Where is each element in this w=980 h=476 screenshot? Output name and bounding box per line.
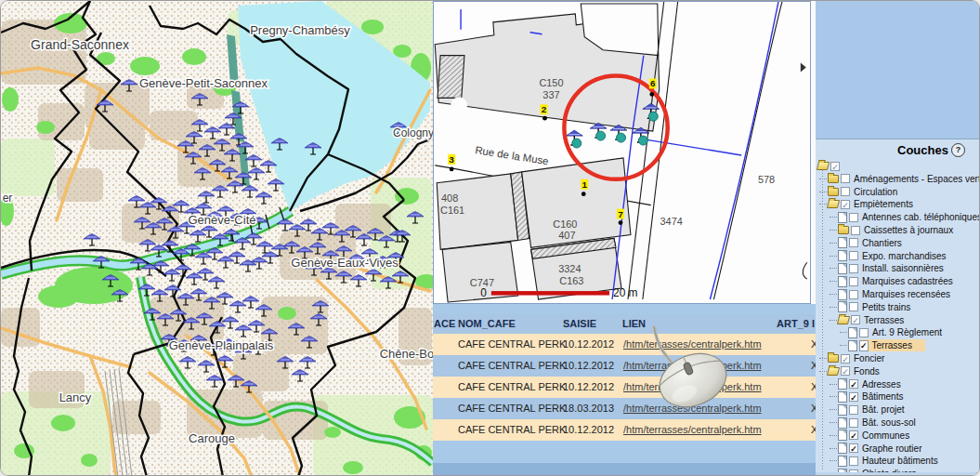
layer-item-graphe-routier[interactable]: ✓Graphe routier: [816, 443, 980, 455]
layer-item-caissettes-journaux[interactable]: Caissettes à journaux: [816, 224, 980, 236]
layer-checkbox[interactable]: [849, 302, 858, 311]
table-row[interactable]: CAFE CENTRAL PERK10.12.2012/htm/terrasse…: [433, 355, 816, 377]
cell-nom-cafe: CAFE CENTRAL PERK: [458, 381, 566, 392]
layer-item-root[interactable]: ✓: [816, 160, 980, 172]
layer-checkbox[interactable]: [849, 238, 858, 247]
folder-icon: [828, 175, 839, 183]
layer-checkbox[interactable]: [849, 277, 858, 286]
layer-label[interactable]: Adresses: [861, 379, 901, 390]
layer-label[interactable]: Install. saisonnières: [861, 263, 944, 273]
tree-clip-band: [816, 472, 980, 476]
tree-connector: [830, 460, 837, 461]
layer-item-art-9-r-glement[interactable]: Art. 9 Règlement: [816, 326, 980, 338]
layer-item-fonds[interactable]: ✓Fonds: [816, 365, 980, 377]
folder-icon: [838, 226, 849, 234]
layer-checkbox[interactable]: ✓: [841, 366, 850, 376]
layer-checkbox[interactable]: [849, 456, 858, 466]
layer-item-circulation[interactable]: Circulation: [816, 186, 980, 198]
layer-label[interactable]: Hauteur bâtiments: [861, 456, 938, 466]
layer-checkbox[interactable]: ✓: [859, 340, 869, 351]
layer-label[interactable]: Caissettes à journaux: [863, 225, 953, 235]
layer-item-antennes-cab-t-l-phoniques[interactable]: Antennes cab. téléphoniques: [816, 211, 980, 223]
layer-checkbox[interactable]: ✓: [851, 315, 860, 324]
layer-label[interactable]: Marquises cadastrées: [861, 276, 953, 286]
column-header-i[interactable]: I: [812, 318, 815, 329]
column-header-ace[interactable]: ACE: [434, 318, 455, 329]
tree-connector: [830, 256, 837, 257]
cell-lien-link[interactable]: /htm/terrasses/centralperk.htm: [623, 424, 762, 435]
tree-connector: [830, 307, 837, 308]
layer-item-b-t-projet[interactable]: Bât. projet: [816, 403, 980, 416]
layer-label[interactable]: Marquises recensées: [861, 289, 950, 299]
layer-label[interactable]: Antennes cab. téléphoniques: [861, 212, 980, 222]
district-label: Genève-Petit-Saconnex: [139, 76, 268, 90]
layer-checkbox[interactable]: [841, 187, 850, 196]
layer-label[interactable]: Aménagements - Espaces verts: [853, 174, 980, 184]
layer-checkbox[interactable]: [859, 328, 869, 337]
layer-checkbox[interactable]: [841, 174, 850, 183]
layer-checkbox[interactable]: ✓: [849, 430, 858, 440]
column-header-art_9[interactable]: ART_9: [777, 318, 809, 329]
layer-label[interactable]: Fonds: [853, 366, 880, 377]
layer-item-b-t-sous-sol[interactable]: Bât. sous-sol: [816, 416, 980, 429]
layer-checkbox[interactable]: ✓: [849, 392, 858, 402]
layer-label[interactable]: Petits trains: [861, 302, 910, 312]
layer-checkbox[interactable]: [849, 264, 858, 273]
layer-checkbox[interactable]: ✓: [841, 200, 850, 209]
layer-label[interactable]: Expo. marchandises: [861, 251, 947, 261]
layer-checkbox[interactable]: [849, 290, 858, 299]
layer-label[interactable]: Empiètements: [853, 199, 913, 209]
table-row[interactable]: CAFE CENTRAL PERK10.12.2012/htm/terrasse…: [433, 377, 816, 398]
layer-item-install-saisonni-res[interactable]: Install. saisonnières: [816, 262, 980, 274]
layer-item-terrasses[interactable]: ✓Terrasses: [816, 314, 980, 326]
layer-label[interactable]: Terrasses: [863, 315, 904, 325]
layer-label[interactable]: Bât. projet: [861, 404, 905, 415]
layer-checkbox[interactable]: [851, 226, 860, 235]
layer-checkbox[interactable]: ✓: [830, 162, 840, 171]
layer-item-empi-tements[interactable]: ✓Empiètements: [816, 198, 980, 210]
layer-label[interactable]: Art. 9 Règlement: [871, 327, 942, 337]
layer-item-foncier[interactable]: ✓Foncier: [816, 352, 980, 364]
horizontal-scrollbar[interactable]: [433, 463, 816, 475]
layer-item-am-nagements-espaces-verts[interactable]: Aménagements - Espaces verts: [816, 173, 980, 185]
column-header-saisie[interactable]: SAISIE: [563, 318, 596, 329]
layer-checkbox[interactable]: [849, 251, 858, 260]
layer-item-communes[interactable]: ✓Communes: [816, 430, 980, 442]
table-row[interactable]: CAFE CENTRAL PERK10.12.2012/htm/terrasse…: [433, 334, 816, 355]
cell-saisie: 10.12.2012: [563, 360, 614, 371]
layer-label[interactable]: Graphe routier: [861, 443, 921, 454]
table-row[interactable]: CAFE CENTRAL PERK18.03.2013/htm/terrasse…: [433, 398, 816, 419]
layer-item-expo-marchandises[interactable]: Expo. marchandises: [816, 250, 980, 262]
layer-item-terrasses[interactable]: ✓Terrasses: [816, 339, 980, 351]
layer-label[interactable]: Bâtiments: [861, 391, 903, 402]
layer-label[interactable]: Bât. sous-sol: [861, 417, 916, 428]
layer-checkbox[interactable]: ✓: [849, 443, 858, 453]
layer-file-icon: [848, 340, 857, 351]
layer-item-marquises-cadastr-es[interactable]: Marquises cadastrées: [816, 275, 980, 287]
layer-label[interactable]: Terrasses: [871, 340, 912, 350]
layer-checkbox[interactable]: [849, 213, 858, 222]
layer-item-marquises-recens-es[interactable]: Marquises recensées: [816, 288, 980, 300]
layer-file-icon: [848, 327, 857, 338]
layer-label[interactable]: Circulation: [853, 187, 897, 197]
tree-connector: [830, 396, 837, 397]
column-header-lien[interactable]: LIEN: [622, 318, 646, 329]
column-header-nom_cafe[interactable]: NOM_CAFE: [458, 318, 516, 329]
layer-item-hauteur-b-timents[interactable]: Hauteur bâtiments: [816, 455, 980, 467]
layer-checkbox[interactable]: [849, 418, 858, 428]
layer-item-b-timents[interactable]: ✓Bâtiments: [816, 390, 980, 403]
layer-label[interactable]: Foncier: [853, 353, 884, 364]
layer-label[interactable]: Chantiers: [861, 238, 902, 248]
overview-map[interactable]: Grand-SaconnexPregny-ChambésyGenève-Peti…: [1, 1, 433, 476]
layer-checkbox[interactable]: ✓: [849, 379, 858, 389]
layer-item-petits-trains[interactable]: Petits trains: [816, 301, 980, 313]
layer-item-adresses[interactable]: ✓Adresses: [816, 378, 980, 390]
layer-label[interactable]: Communes: [861, 430, 909, 441]
table-row[interactable]: CAFE CENTRAL PERK10.12.2012/htm/terrasse…: [433, 419, 816, 441]
cell-saisie: 10.12.2012: [563, 338, 614, 350]
layer-checkbox[interactable]: [849, 405, 858, 415]
layer-item-chantiers[interactable]: Chantiers: [816, 237, 980, 249]
layer-checkbox[interactable]: ✓: [841, 354, 850, 364]
folder-icon: [827, 367, 840, 376]
detail-map[interactable]: 0 20 m C150337408C161C1604073324C163C747…: [433, 1, 811, 304]
